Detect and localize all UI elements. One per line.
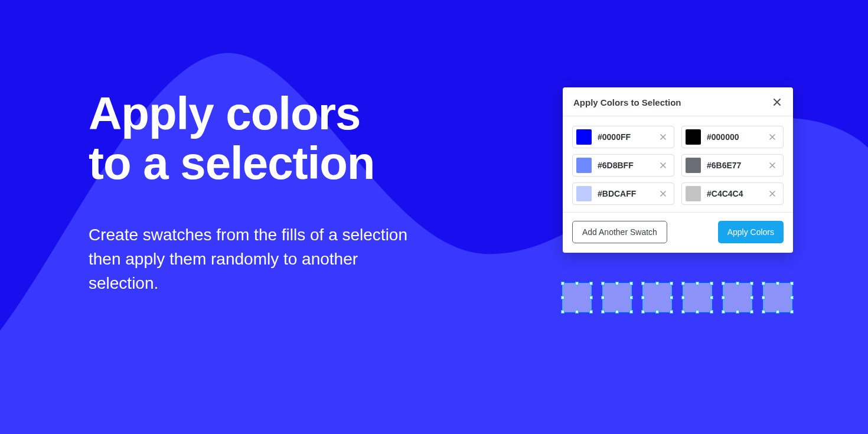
selection-handle[interactable]: [696, 310, 699, 314]
selection-handle[interactable]: [641, 282, 645, 285]
selected-shape[interactable]: [683, 283, 712, 312]
selection-handle[interactable]: [750, 310, 753, 314]
selected-shape[interactable]: [723, 283, 752, 312]
swatch-chip: [576, 129, 592, 145]
selection-handle[interactable]: [776, 310, 779, 314]
swatch-item[interactable]: #6D8BFF: [572, 154, 674, 177]
selection-handle[interactable]: [615, 310, 619, 314]
swatch-remove-button[interactable]: [765, 158, 779, 172]
selection-handle[interactable]: [670, 296, 673, 299]
selection-handle[interactable]: [601, 282, 605, 285]
swatch-hex-label: #0000FF: [592, 132, 656, 142]
apply-colors-button[interactable]: Apply Colors: [718, 221, 784, 243]
swatch-remove-button[interactable]: [765, 187, 779, 201]
selection-handle[interactable]: [601, 296, 605, 299]
swatch-item[interactable]: #000000: [681, 126, 784, 148]
close-icon: [769, 190, 776, 197]
selection-handle[interactable]: [615, 282, 619, 285]
selection-handle[interactable]: [670, 282, 673, 285]
swatch-remove-button[interactable]: [656, 130, 670, 144]
selection-handle[interactable]: [710, 296, 713, 299]
selection-handle[interactable]: [561, 282, 564, 285]
selection-handle[interactable]: [762, 296, 765, 299]
selection-handle[interactable]: [629, 310, 633, 314]
selected-shape[interactable]: [563, 283, 591, 312]
close-icon: [769, 162, 776, 169]
hero-title-line-2: to a selection: [89, 137, 374, 189]
hero: Apply colors to a selection Create swatc…: [89, 89, 419, 295]
selection-handle[interactable]: [641, 310, 645, 314]
swatch-item[interactable]: #C4C4C4: [681, 182, 784, 205]
selection-handle[interactable]: [589, 310, 593, 314]
selected-shape[interactable]: [763, 283, 792, 312]
selection-handle[interactable]: [641, 296, 645, 299]
selection-row: [563, 283, 792, 312]
panel-header: Apply Colors to Selection: [563, 87, 793, 116]
selected-shape[interactable]: [643, 283, 671, 312]
swatch-item[interactable]: #6B6E77: [681, 154, 784, 177]
selection-handle[interactable]: [722, 310, 725, 314]
swatch-chip: [686, 158, 701, 173]
selection-handle[interactable]: [722, 296, 725, 299]
close-icon: [772, 97, 782, 107]
selection-handle[interactable]: [722, 282, 725, 285]
selection-handle[interactable]: [655, 310, 659, 314]
add-swatch-button[interactable]: Add Another Swatch: [572, 221, 667, 243]
hero-subtitle: Create swatches from the fills of a sele…: [89, 223, 419, 295]
selection-handle[interactable]: [750, 296, 753, 299]
hero-title-line-1: Apply colors: [89, 87, 360, 139]
selection-handle[interactable]: [655, 282, 659, 285]
swatch-item[interactable]: #0000FF: [572, 126, 674, 148]
swatch-chip: [686, 186, 701, 201]
close-icon: [769, 133, 776, 141]
panel-footer: Add Another Swatch Apply Colors: [563, 212, 793, 253]
selection-handle[interactable]: [589, 282, 593, 285]
selected-shape[interactable]: [603, 283, 631, 312]
selection-handle[interactable]: [575, 282, 579, 285]
selection-handle[interactable]: [750, 282, 753, 285]
close-icon: [660, 133, 667, 141]
swatch-item[interactable]: #BDCAFF: [572, 182, 674, 205]
selection-handle[interactable]: [736, 282, 739, 285]
selection-handle[interactable]: [670, 310, 673, 314]
selection-handle[interactable]: [575, 310, 579, 314]
close-button[interactable]: [771, 96, 784, 109]
selection-handle[interactable]: [629, 296, 633, 299]
selection-handle[interactable]: [762, 310, 765, 314]
swatch-hex-label: #C4C4C4: [701, 189, 765, 198]
close-icon: [660, 190, 667, 197]
selection-handle[interactable]: [762, 282, 765, 285]
close-icon: [660, 162, 667, 169]
apply-colors-panel: Apply Colors to Selection #0000FF#000000…: [563, 87, 793, 253]
selection-handle[interactable]: [776, 282, 779, 285]
swatch-chip: [576, 158, 592, 173]
swatch-remove-button[interactable]: [765, 130, 779, 144]
hero-title: Apply colors to a selection: [89, 89, 419, 188]
selection-handle[interactable]: [696, 282, 699, 285]
selection-handle[interactable]: [790, 296, 794, 299]
selection-handle[interactable]: [589, 296, 593, 299]
selection-handle[interactable]: [681, 296, 685, 299]
selection-handle[interactable]: [561, 310, 564, 314]
swatch-chip: [576, 186, 592, 201]
selection-handle[interactable]: [681, 310, 685, 314]
selection-handle[interactable]: [601, 310, 605, 314]
selection-handle[interactable]: [681, 282, 685, 285]
selection-handle[interactable]: [561, 296, 564, 299]
swatch-remove-button[interactable]: [656, 187, 670, 201]
selection-handle[interactable]: [710, 310, 713, 314]
panel-title: Apply Colors to Selection: [573, 97, 681, 107]
swatch-grid: #0000FF#000000#6D8BFF#6B6E77#BDCAFF#C4C4…: [563, 116, 793, 212]
selection-handle[interactable]: [790, 282, 794, 285]
swatch-hex-label: #6D8BFF: [592, 161, 656, 170]
swatch-hex-label: #6B6E77: [701, 161, 765, 170]
selection-handle[interactable]: [710, 282, 713, 285]
selection-handle[interactable]: [629, 282, 633, 285]
swatch-chip: [686, 129, 701, 145]
swatch-hex-label: #BDCAFF: [592, 189, 656, 198]
selection-handle[interactable]: [736, 310, 739, 314]
promo-stage: Apply colors to a selection Create swatc…: [0, 0, 868, 434]
swatch-remove-button[interactable]: [656, 158, 670, 172]
swatch-hex-label: #000000: [701, 132, 765, 142]
selection-handle[interactable]: [790, 310, 794, 314]
